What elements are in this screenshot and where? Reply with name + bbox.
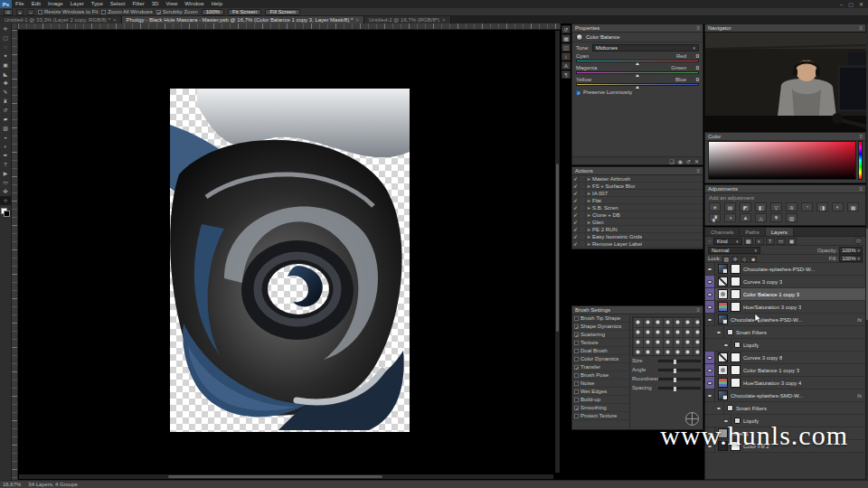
panel-menu-icon[interactable]: ≡ [859,134,863,139]
expand-arrow-icon[interactable]: ▸ [586,211,592,218]
slider-thumb[interactable] [636,86,639,89]
action-dialog-toggle[interactable] [580,197,586,203]
photo-filter-icon[interactable]: ◐ [832,202,844,211]
document-tab[interactable]: Photigy - Black Hole Mascara - Master.ps… [122,16,364,23]
layer-name[interactable]: Color Balance 1 copy 3 [743,368,799,373]
layer-row[interactable]: Chocolate-splashes-SMD-W... fx [705,389,865,402]
panel-menu-icon[interactable]: ≡ [859,186,863,192]
action-check-icon[interactable]: ✓ [572,226,580,232]
brush-option[interactable]: Color Dynamics [572,355,629,363]
brightness-contrast-icon[interactable]: ☀ [709,202,721,211]
layer-mask-thumbnail[interactable] [731,277,741,286]
layer-row[interactable]: Chocolate-splashes-PSD-W... fx [705,314,865,326]
menu-item[interactable]: File [12,0,28,8]
opacity-value[interactable]: 100% ▾ [839,247,863,254]
layer-thumbnail[interactable] [734,342,741,348]
close-icon[interactable]: ✕ [859,1,863,7]
layer-name[interactable]: Hue/Saturation 3 copy 4 [743,380,801,386]
panel-menu-icon[interactable]: ≡ [696,307,700,313]
gradient-tool[interactable]: ▨ [0,124,11,133]
visibility-toggle[interactable] [705,314,715,325]
brush-slider-track[interactable] [658,387,701,389]
background-color-swatch[interactable] [4,211,10,217]
brush-option[interactable]: Scattering [572,331,629,339]
menu-item[interactable]: Type [88,0,107,8]
layer-thumbnail[interactable] [718,289,728,299]
color-balance-icon[interactable]: ◔ [801,202,813,211]
zoom-in-toggle[interactable]: + [16,9,24,15]
layer-mask-thumbnail[interactable] [731,302,741,312]
brush-option[interactable]: Brush Tip Shape [572,314,629,323]
clone-stamp-tool[interactable]: ♜ [0,97,11,106]
selective-color-icon[interactable]: ▼ [770,213,782,222]
action-check-icon[interactable]: ✓ [572,233,580,239]
options-checkbox[interactable]: Resize Windows to Fit [38,9,98,14]
layer-name[interactable]: Curves 3 copy 3 [743,279,782,285]
filter-toggle[interactable] [854,238,863,244]
black-white-icon[interactable]: ◨ [816,202,828,211]
brush-slider-thumb[interactable] [674,360,676,364]
action-check-icon[interactable]: ✓ [572,211,580,218]
lock-all-icon[interactable]: ■ [750,256,757,262]
layer-row[interactable]: Hue/Saturation 3 copy 3 [705,301,865,314]
panel-tab[interactable]: Channels [705,228,740,236]
layer-thumbnail[interactable] [718,352,728,362]
layer-mask-thumbnail[interactable] [731,365,741,375]
menu-item[interactable]: Filter [128,0,147,8]
layer-mask-thumbnail[interactable] [731,352,741,362]
layer-row[interactable]: Curves 3 copy 3 [705,276,865,288]
horizontal-ruler[interactable] [18,23,561,30]
menu-item[interactable]: 3D [148,0,163,8]
marquee-tool[interactable]: ▢ [0,33,11,42]
visibility-toggle[interactable] [705,301,715,313]
action-check-icon[interactable]: ✓ [572,190,580,196]
layer-thumbnail[interactable] [718,365,728,375]
brush-slider[interactable]: Size [632,356,701,365]
maximize-icon[interactable]: ▢ [848,1,854,7]
action-item[interactable]: ✓ ▸ Clone + DB [572,211,703,219]
brush-slider[interactable]: Spacing [632,383,701,392]
lasso-tool[interactable]: ◌ [0,42,11,52]
action-dialog-toggle[interactable] [580,183,586,189]
layer-row[interactable]: Curves 3 copy 8 [705,352,865,364]
minimize-icon[interactable]: – [840,2,843,7]
action-item[interactable]: ✓ ▸ Easy Isometric Grids [572,233,703,240]
slider-value[interactable]: 0 [686,53,699,59]
panel-menu-icon[interactable]: ≡ [696,168,700,174]
layer-thumbnail[interactable] [718,390,728,400]
options-button[interactable]: 100% [202,9,224,15]
brush-slider[interactable]: Angle [632,365,701,374]
action-item[interactable]: ✓ ▸ Remove Layer Label [572,240,703,248]
menu-item[interactable]: View [162,0,181,8]
options-button[interactable]: Fit Screen [228,9,261,15]
hue-saturation-icon[interactable]: ≋ [786,202,797,211]
hue-slider[interactable] [858,141,863,180]
tab-close-icon[interactable]: × [113,17,117,23]
type-tool[interactable]: T [0,160,11,169]
tone-select[interactable]: Midtones ▾ [592,44,699,52]
preserve-luminosity-checkbox[interactable]: Preserve Luminosity [572,88,703,97]
history-brush-tool[interactable]: ↺ [0,106,11,115]
action-check-icon[interactable]: ✓ [572,204,580,211]
brush-option[interactable]: Dual Brush [572,347,629,355]
brush-slider[interactable]: Roundness [632,374,701,383]
document-canvas[interactable] [170,89,410,432]
visibility-toggle[interactable] [705,288,715,300]
expand-arrow-icon[interactable]: ▸ [586,175,592,182]
filter-smart-objects-icon[interactable]: ▣ [788,238,797,245]
brush-slider-thumb[interactable] [674,378,676,382]
brush-tool[interactable]: ✎ [0,88,11,97]
menu-item[interactable]: Image [44,0,67,8]
layer-mask-thumbnail[interactable] [731,289,741,299]
menu-item[interactable]: Select [107,0,129,8]
action-check-icon[interactable]: ✓ [572,175,580,182]
layer-thumbnail[interactable] [727,329,733,335]
expand-arrow-icon[interactable]: ▸ [586,197,592,203]
action-dialog-toggle[interactable] [580,240,586,247]
panel-tab[interactable]: Layers [766,228,794,236]
visibility-toggle[interactable] [722,339,731,351]
layer-thumbnail[interactable] [718,264,728,274]
action-dialog-toggle[interactable] [580,190,586,196]
expand-arrow-icon[interactable]: ▸ [586,240,592,247]
visibility-toggle[interactable] [714,326,724,338]
